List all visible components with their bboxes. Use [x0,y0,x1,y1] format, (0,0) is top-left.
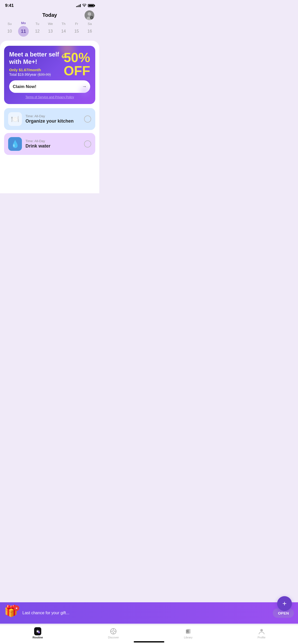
kitchen-task-time: Time: All-Day [25,114,80,118]
terms-link[interactable]: Terms of Service and Privacy Policy [9,95,90,99]
calendar-day-tue[interactable]: Tu 12 [33,22,42,36]
promo-headline: Meet a better self with Me+! [9,51,64,66]
promo-price-monthly: Only $1.67/month [9,68,64,72]
status-time: 9:41 [5,3,14,8]
signal-icon [76,4,81,7]
task-card-kitchen[interactable]: 🍽️ Time: All-Day Organize your kitchen [4,108,95,130]
kitchen-task-checkbox[interactable] [84,115,91,123]
promo-banner: Meet a better self with Me+! Only $1.67/… [4,46,95,104]
kitchen-task-info: Time: All-Day Organize your kitchen [25,114,80,124]
task-card-water[interactable]: 💧 Time: All-Day Drink water [4,133,95,155]
status-icons [76,4,94,8]
promo-text: Meet a better self with Me+! Only $1.67/… [9,51,64,77]
promo-top: Meet a better self with Me+! Only $1.67/… [9,51,90,77]
calendar-day-thu[interactable]: Th 14 [59,22,68,36]
calendar-day-mon[interactable]: Mo 11 [18,21,29,37]
battery-icon [88,4,94,7]
main-content: Meet a better self with Me+! Only $1.67/… [0,41,99,193]
promo-price-yearly: Total $19.99/year ($39.99) [9,72,64,77]
water-task-checkbox[interactable] [84,140,91,148]
svg-text:↑: ↑ [91,16,92,19]
water-task-time: Time: All-Day [25,139,80,143]
svg-point-2 [88,12,91,16]
wifi-icon [82,4,86,8]
week-calendar: Su 10 Mo 11 Tu 12 We 13 Th 14 Fr 15 Sa 1… [0,21,99,41]
promo-discount: 🏷 50% OFF [64,51,90,77]
page-title: Today [42,12,57,18]
status-bar: 9:41 [0,0,99,10]
page-header: Today ↑ [0,10,99,21]
kitchen-icon: 🍽️ [8,112,22,126]
water-task-name: Drink water [25,143,80,149]
calendar-day-fri[interactable]: Fr 15 [72,22,81,36]
calendar-day-wed[interactable]: We 13 [46,22,55,36]
water-task-info: Time: All-Day Drink water [25,139,80,149]
svg-point-0 [84,6,85,7]
kitchen-task-name: Organize your kitchen [25,119,80,124]
avatar[interactable]: ↑ [85,10,94,20]
claim-now-button[interactable]: Claim Now! → [9,80,90,93]
arrow-right-icon: → [82,84,87,89]
calendar-day-sun[interactable]: Su 10 [5,22,14,36]
calendar-day-sat[interactable]: Sa 16 [85,22,94,36]
water-icon: 💧 [8,137,22,151]
